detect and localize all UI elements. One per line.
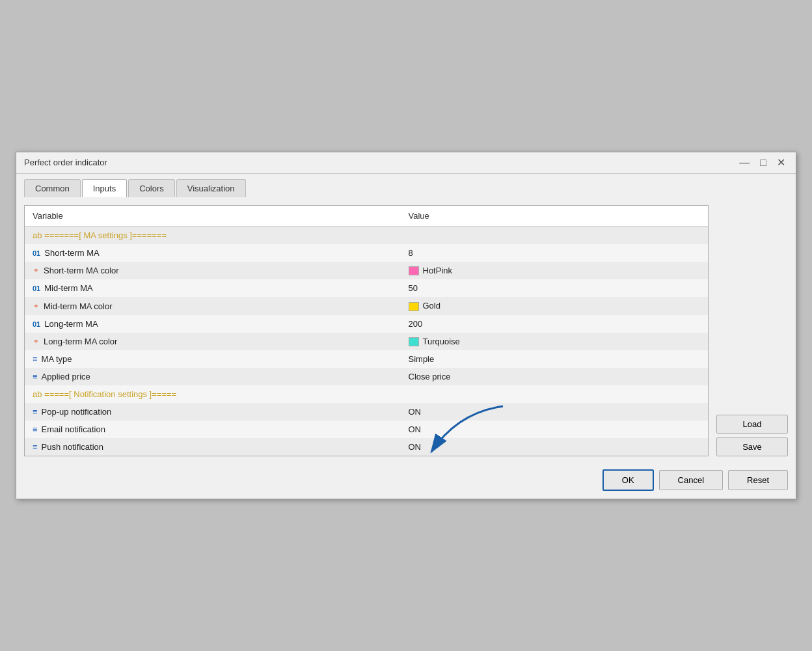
value-cell: Gold xyxy=(401,297,709,315)
load-button[interactable]: Load xyxy=(716,415,788,434)
value-cell: 200 xyxy=(401,315,709,333)
number-icon: 01 xyxy=(33,284,40,292)
ok-button[interactable]: OK xyxy=(602,469,654,491)
table-row[interactable]: 01Short-term MA8 xyxy=(25,244,708,262)
color-icon: ⚬ xyxy=(33,337,40,346)
variable-cell: ≡Applied price xyxy=(25,368,401,385)
table-row[interactable]: ⚬Long-term MA colorTurquoise xyxy=(25,333,708,351)
table-row[interactable]: ab =======[ MA settings ]======= xyxy=(25,226,708,244)
list-icon: ≡ xyxy=(33,424,38,434)
header-variable: Variable xyxy=(25,206,401,227)
table-row[interactable]: ≡Applied priceClose price xyxy=(25,368,708,385)
table-side: Variable Value ab =======[ MA settings ]… xyxy=(24,205,709,457)
value-cell: Close price xyxy=(401,368,709,385)
color-swatch xyxy=(409,337,419,346)
tab-visualization[interactable]: Visualization xyxy=(176,179,246,197)
variable-cell: ⚬Mid-term MA color xyxy=(25,297,401,315)
table-row[interactable]: ⚬Mid-term MA colorGold xyxy=(25,297,708,315)
value-cell: ON xyxy=(401,438,709,456)
minimize-button[interactable]: — xyxy=(737,158,752,168)
title-bar: Perfect order indicator — □ ✕ xyxy=(16,152,796,174)
tab-bar: Common Inputs Colors Visualization xyxy=(16,174,796,197)
variable-cell: 01Short-term MA xyxy=(25,244,401,262)
table-row[interactable]: ≡Pop-up notificationON xyxy=(25,403,708,421)
variable-cell: ≡Pop-up notification xyxy=(25,403,401,421)
close-button[interactable]: ✕ xyxy=(774,158,788,168)
table-row[interactable]: 01Mid-term MA50 xyxy=(25,279,708,297)
list-icon: ≡ xyxy=(33,442,38,452)
footer-buttons: OK Cancel Reset xyxy=(16,464,796,499)
main-window: Perfect order indicator — □ ✕ Common Inp… xyxy=(16,152,796,500)
variable-cell: 01Long-term MA xyxy=(25,315,401,333)
section-header-cell: ab =====[ Notification settings ]===== xyxy=(25,385,708,403)
table-row[interactable]: ab =====[ Notification settings ]===== xyxy=(25,385,708,403)
color-swatch xyxy=(409,266,419,275)
side-buttons: Load Save xyxy=(716,205,788,457)
variable-cell: ⚬Short-term MA color xyxy=(25,262,401,280)
variable-cell: ⚬Long-term MA color xyxy=(25,333,401,351)
footer-area: OK Cancel Reset xyxy=(16,464,796,499)
variable-cell: ≡Push notification xyxy=(25,438,401,456)
content-area: Variable Value ab =======[ MA settings ]… xyxy=(16,197,796,465)
tab-common[interactable]: Common xyxy=(24,179,81,197)
value-cell: 50 xyxy=(401,279,709,297)
table-wrapper: Variable Value ab =======[ MA settings ]… xyxy=(24,205,788,457)
variable-cell: ≡Email notification xyxy=(25,421,401,438)
number-icon: 01 xyxy=(33,249,40,257)
tab-colors[interactable]: Colors xyxy=(128,179,175,197)
color-swatch xyxy=(409,302,419,311)
value-cell: 8 xyxy=(401,244,709,262)
header-value: Value xyxy=(401,206,709,227)
color-icon: ⚬ xyxy=(33,301,40,311)
section-header-cell: ab =======[ MA settings ]======= xyxy=(25,226,708,244)
table-header-row: Variable Value xyxy=(25,206,708,227)
value-cell: ON xyxy=(401,403,709,421)
cancel-button[interactable]: Cancel xyxy=(659,470,723,490)
table-row[interactable]: 01Long-term MA200 xyxy=(25,315,708,333)
variable-cell: 01Mid-term MA xyxy=(25,279,401,297)
table-row[interactable]: ⚬Short-term MA colorHotPink xyxy=(25,262,708,280)
save-button[interactable]: Save xyxy=(716,437,788,456)
list-icon: ≡ xyxy=(33,372,38,381)
inputs-table: Variable Value ab =======[ MA settings ]… xyxy=(24,205,709,457)
window-title: Perfect order indicator xyxy=(24,158,107,167)
tab-inputs[interactable]: Inputs xyxy=(82,179,127,197)
maximize-button[interactable]: □ xyxy=(757,158,769,168)
value-cell: Simple xyxy=(401,350,709,368)
window-controls: — □ ✕ xyxy=(737,158,788,168)
table-row[interactable]: ≡MA typeSimple xyxy=(25,350,708,368)
value-cell: ON xyxy=(401,421,709,438)
value-cell: HotPink xyxy=(401,262,709,280)
variable-cell: ≡MA type xyxy=(25,350,401,368)
list-icon: ≡ xyxy=(33,407,38,417)
value-cell: Turquoise xyxy=(401,333,709,351)
number-icon: 01 xyxy=(33,320,40,328)
table-row[interactable]: ≡Push notificationON xyxy=(25,438,708,456)
list-icon: ≡ xyxy=(33,354,38,364)
table-row[interactable]: ≡Email notificationON xyxy=(25,421,708,438)
reset-button[interactable]: Reset xyxy=(728,470,788,490)
color-icon: ⚬ xyxy=(33,266,40,275)
